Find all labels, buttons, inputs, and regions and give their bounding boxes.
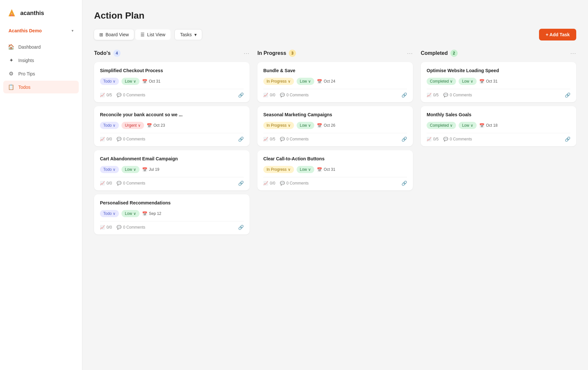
progress-icon: 📈 [263, 137, 268, 141]
task-card-card4[interactable]: Personalised RecommendationsTodo ∨Low ∨📅… [94, 194, 250, 234]
task-date-card8: 📅 Oct 31 [479, 79, 498, 84]
task-footer-card6: 📈 0/5 💬 0 Comments 🔗 [263, 133, 407, 142]
priority-badge-card1[interactable]: Low ∨ [122, 78, 139, 85]
calendar-icon: 📅 [479, 79, 484, 84]
status-badge-card1[interactable]: Todo ∨ [100, 78, 119, 85]
task-progress-card5: 📈 0/0 [263, 93, 275, 97]
column-dots-todos[interactable]: ··· [244, 50, 250, 57]
board-view-label: Board View [106, 32, 129, 37]
status-badge-card6[interactable]: In Progress ∨ [263, 122, 294, 129]
priority-badge-card8[interactable]: Low ∨ [459, 78, 476, 85]
progress-icon: 📈 [427, 137, 432, 141]
priority-badge-card4[interactable]: Low ∨ [122, 210, 139, 217]
dashboard-icon: 🏠 [8, 44, 14, 50]
workspace-name: Acanthis Demo [8, 28, 42, 33]
task-badges-card2: Todo ∨Urgent ∨📅 Oct 23 [100, 122, 244, 129]
task-link-card8[interactable]: 🔗 [565, 92, 570, 98]
status-badge-card3[interactable]: Todo ∨ [100, 166, 119, 173]
add-task-button[interactable]: + Add Task [539, 29, 576, 40]
board-view-button[interactable]: ⊞ Board View [94, 29, 134, 40]
task-link-card4[interactable]: 🔗 [238, 225, 244, 230]
status-badge-card5[interactable]: In Progress ∨ [263, 78, 294, 85]
column-count-completed: 2 [450, 50, 458, 57]
sidebar-item-protips[interactable]: ⚙ Pro Tips [3, 67, 79, 80]
page-title: Action Plan [94, 10, 576, 21]
task-badges-card1: Todo ∨Low ∨📅 Oct 31 [100, 78, 244, 85]
task-badges-card8: Completed ∨Low ∨📅 Oct 31 [427, 78, 570, 85]
priority-badge-card9[interactable]: Low ∨ [459, 122, 476, 129]
task-card-card8[interactable]: Optimise Website Loading SpeedCompleted … [421, 62, 576, 102]
priority-badge-card7[interactable]: Low ∨ [297, 166, 314, 173]
task-progress-card4: 📈 0/0 [100, 225, 112, 230]
sidebar-item-insights[interactable]: ✦ Insights [3, 54, 79, 67]
task-link-card7[interactable]: 🔗 [401, 181, 407, 186]
column-dots-completed[interactable]: ··· [570, 50, 576, 57]
task-card-card3[interactable]: Cart Abandonment Email CampaignTodo ∨Low… [94, 150, 250, 190]
progress-icon: 📈 [263, 93, 268, 97]
task-badges-card5: In Progress ∨Low ∨📅 Oct 24 [263, 78, 407, 85]
sidebar-item-todos[interactable]: 📋 Todos [3, 81, 79, 93]
column-title-inprogress: In Progress [257, 50, 286, 56]
task-comments-card5: 💬 0 Comments [280, 93, 309, 97]
task-link-card2[interactable]: 🔗 [238, 137, 244, 142]
list-view-label: List View [147, 32, 165, 37]
workspace-chevron-icon: ▾ [72, 28, 74, 33]
task-link-card9[interactable]: 🔗 [565, 137, 570, 142]
task-badges-card9: Completed ∨Low ∨📅 Oct 18 [427, 122, 570, 129]
status-badge-card9[interactable]: Completed ∨ [427, 122, 456, 129]
task-link-card1[interactable]: 🔗 [238, 92, 244, 98]
task-date-card7: 📅 Oct 31 [317, 167, 335, 172]
column-inprogress: In Progress3···Bundle & SaveIn Progress … [257, 50, 413, 194]
sidebar-item-dashboard[interactable]: 🏠 Dashboard [3, 40, 79, 53]
status-badge-card8[interactable]: Completed ∨ [427, 78, 456, 85]
board: Todo's4···Simplified Checkout ProcessTod… [94, 50, 576, 238]
task-card-card2[interactable]: Reconcile your bank account so we ...Tod… [94, 106, 250, 146]
column-title-completed: Completed [421, 50, 448, 56]
calendar-icon: 📅 [147, 123, 152, 128]
task-card-card6[interactable]: Seasonal Marketing CampaignsIn Progress … [257, 106, 413, 146]
priority-badge-card5[interactable]: Low ∨ [297, 78, 314, 85]
task-footer-card4: 📈 0/0 💬 0 Comments 🔗 [100, 221, 244, 230]
logo-text: acanthis [20, 10, 44, 17]
list-view-icon: ☰ [140, 32, 145, 37]
task-comments-card7: 💬 0 Comments [280, 181, 309, 185]
task-footer-card5: 📈 0/0 💬 0 Comments 🔗 [263, 89, 407, 98]
task-link-card5[interactable]: 🔗 [401, 92, 407, 98]
task-title-card3: Cart Abandonment Email Campaign [100, 156, 244, 161]
task-comments-card2: 💬 0 Comments [117, 137, 145, 141]
list-view-button[interactable]: ☰ List View [135, 29, 171, 40]
task-date-card5: 📅 Oct 24 [317, 79, 335, 84]
sidebar-item-label: Todos [18, 85, 30, 90]
column-dots-inprogress[interactable]: ··· [407, 50, 413, 57]
task-progress-card7: 📈 0/0 [263, 181, 275, 185]
tasks-dropdown[interactable]: Tasks ▾ [174, 29, 202, 40]
task-card-card7[interactable]: Clear Call-to-Action ButtonsIn Progress … [257, 150, 413, 190]
calendar-icon: 📅 [317, 79, 322, 84]
column-title-todos: Todo's [94, 50, 111, 56]
status-badge-card2[interactable]: Todo ∨ [100, 122, 119, 129]
column-completed: Completed2···Optimise Website Loading Sp… [421, 50, 576, 150]
task-card-card9[interactable]: Monthly Sales GoalsCompleted ∨Low ∨📅 Oct… [421, 106, 576, 146]
task-card-card5[interactable]: Bundle & SaveIn Progress ∨Low ∨📅 Oct 24 … [257, 62, 413, 102]
sidebar: acanthis Acanthis Demo ▾ 🏠 Dashboard ✦ I… [0, 0, 82, 370]
comment-icon: 💬 [443, 93, 448, 97]
priority-badge-card2[interactable]: Urgent ∨ [122, 122, 144, 129]
task-link-card6[interactable]: 🔗 [401, 137, 407, 142]
status-badge-card4[interactable]: Todo ∨ [100, 210, 119, 217]
sidebar-item-label: Insights [18, 58, 34, 63]
toolbar: ⊞ Board View ☰ List View Tasks ▾ + Add T… [94, 29, 576, 40]
priority-badge-card3[interactable]: Low ∨ [122, 166, 139, 173]
progress-icon: 📈 [427, 93, 432, 97]
task-card-card1[interactable]: Simplified Checkout ProcessTodo ∨Low ∨📅 … [94, 62, 250, 102]
task-comments-card9: 💬 0 Comments [443, 137, 472, 141]
workspace-selector[interactable]: Acanthis Demo ▾ [3, 25, 79, 37]
task-progress-card8: 📈 0/5 [427, 93, 439, 97]
priority-badge-card6[interactable]: Low ∨ [297, 122, 314, 129]
task-link-card3[interactable]: 🔗 [238, 181, 244, 186]
insights-icon: ✦ [8, 57, 14, 63]
task-date-card3: 📅 Jul 19 [142, 167, 159, 172]
status-badge-card7[interactable]: In Progress ∨ [263, 166, 294, 173]
protips-icon: ⚙ [8, 71, 14, 77]
board-view-icon: ⊞ [99, 32, 103, 37]
task-footer-card3: 📈 0/0 💬 0 Comments 🔗 [100, 177, 244, 186]
